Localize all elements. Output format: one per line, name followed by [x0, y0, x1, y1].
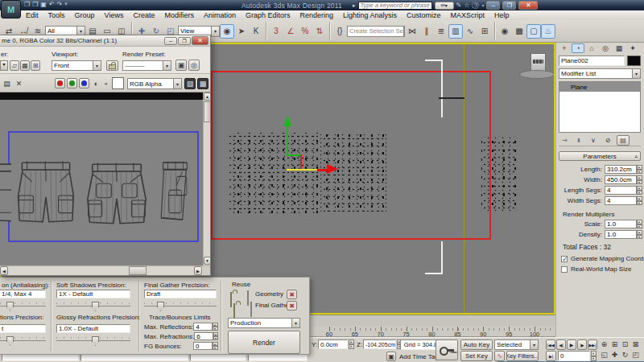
open-file-icon[interactable]: ❒ — [32, 1, 38, 8]
y-coordinate-spinner[interactable] — [349, 339, 354, 349]
menu-item[interactable]: Graph Editors — [241, 10, 295, 20]
rendered-frame-window-icon[interactable]: ▢ — [526, 24, 541, 39]
application-button[interactable]: M — [1, 0, 21, 19]
communication-icon[interactable]: ✎ — [456, 2, 462, 9]
alpha-channel-icon[interactable]: ● — [101, 78, 110, 88]
slider-track[interactable] — [144, 306, 217, 306]
menu-item[interactable]: Create — [128, 10, 159, 20]
limit-field[interactable]: 4 — [193, 323, 213, 331]
area-dropdown-arrow[interactable]: ▾ — [0, 60, 8, 71]
current-frame-spinner[interactable] — [591, 351, 597, 361]
undo-icon[interactable]: ↶ — [49, 1, 55, 8]
clear-image-icon[interactable]: ✕ — [14, 78, 24, 88]
play-button[interactable]: ▶ — [567, 339, 576, 350]
rfw-image-area[interactable] — [0, 93, 203, 265]
channel-display-dropdown[interactable]: RGB Alpha ▾ — [127, 78, 182, 89]
parameter-field[interactable]: 310.2cm — [605, 165, 637, 174]
material-editor-icon[interactable]: ◉ — [497, 24, 512, 39]
image-precision-slider[interactable] — [0, 301, 46, 312]
menu-item[interactable]: MAXScript — [446, 10, 490, 20]
scroll-right-arrow[interactable]: ▶ — [194, 266, 202, 275]
selection-set-dropdown[interactable]: Selected ▾ — [494, 339, 539, 350]
soft-shadows-value[interactable]: 1X - Default — [56, 290, 130, 298]
menu-item[interactable]: Rendering — [295, 10, 339, 20]
edit-region-icon[interactable]: ▱ — [10, 60, 19, 71]
save-image-icon[interactable]: ▤ — [2, 78, 12, 88]
orbit-icon[interactable]: ↻ — [620, 349, 630, 360]
search-input[interactable] — [358, 2, 432, 10]
auto-key-button[interactable]: Auto Key — [460, 339, 493, 350]
modifier-list-dropdown[interactable]: Modifier List ▾ — [559, 68, 641, 79]
zoom-region-icon[interactable]: ◱ — [599, 349, 609, 360]
edit-named-sets-icon[interactable]: {} — [332, 24, 347, 39]
menu-item[interactable]: Help — [489, 10, 514, 20]
spinner-snap-icon[interactable]: ⇅ — [312, 24, 327, 39]
rfw-vertical-scrollbar[interactable]: ▲ ▼ — [203, 93, 211, 265]
tab-display[interactable]: ▦ — [613, 43, 625, 53]
image-precision-value[interactable]: 1/4, Max 4 — [0, 290, 46, 298]
monochrome-channel-icon[interactable]: ◐ — [91, 78, 101, 88]
render-setup-icon[interactable]: ▩ — [512, 24, 526, 39]
menu-item[interactable]: Tools — [43, 10, 70, 20]
help-chevron-icon[interactable]: ▾ — [481, 2, 484, 8]
lock-final-gather-icon[interactable] — [233, 303, 235, 319]
parameter-field[interactable]: 450.0cm — [605, 175, 637, 184]
zoom-extents-all-icon[interactable]: ⊠ — [630, 339, 641, 349]
environment-icon[interactable]: ◎ — [188, 60, 200, 71]
multiplier-field[interactable]: 1.0 — [605, 230, 637, 239]
reuse-geometry-checkbox[interactable] — [247, 290, 249, 306]
set-key-button[interactable]: Set Key — [460, 351, 493, 361]
gizmo-corner-red[interactable] — [300, 154, 302, 170]
checkbox[interactable] — [561, 256, 568, 262]
pin-stack-icon[interactable]: ⊸ — [559, 135, 570, 146]
parameter-spinner[interactable] — [637, 186, 642, 195]
parameter-spinner[interactable] — [637, 175, 642, 184]
key-mode-toggle-button[interactable]: ▶| — [546, 351, 556, 361]
checkbox[interactable] — [561, 266, 568, 273]
scrollbar-thumb[interactable] — [129, 266, 147, 275]
container-explorer-icon[interactable]: ▥ — [448, 24, 463, 39]
multiplier-spinner[interactable] — [637, 220, 642, 228]
gizmo-x-axis-line-yellow[interactable] — [287, 169, 320, 171]
redo-icon[interactable]: ↷ — [57, 1, 63, 8]
y-coordinate-field[interactable]: 0.0cm — [318, 339, 348, 349]
toggle-key-mode-button[interactable] — [436, 339, 458, 360]
parameter-field[interactable]: 4 — [605, 186, 637, 195]
modifier-stack-item[interactable]: Plane — [559, 82, 640, 92]
glossy-reflections-value[interactable]: t — [0, 324, 46, 333]
make-unique-icon[interactable]: ∨ — [588, 135, 599, 146]
render-button[interactable]: Render — [228, 331, 300, 354]
viewport-lock-button[interactable] — [106, 60, 118, 71]
autoregion-icon[interactable]: ▦ — [20, 60, 30, 71]
limit-spinner[interactable] — [213, 332, 218, 340]
go-to-start-button[interactable]: |◀◀ — [546, 339, 555, 350]
quick-access-menu-icon[interactable]: ▾ — [64, 1, 68, 8]
tab-create[interactable]: + — [558, 43, 571, 53]
schematic-view-icon[interactable]: ⊞ — [477, 24, 492, 39]
tab-motion[interactable]: ◎ — [599, 43, 612, 53]
named-selection-sets-dropdown[interactable]: Create Selection Se ▾ — [347, 26, 405, 37]
slider-thumb[interactable] — [6, 336, 14, 346]
menu-item[interactable]: Edit — [21, 10, 43, 20]
next-frame-button[interactable]: |▶ — [577, 339, 587, 350]
blue-channel-button[interactable] — [79, 78, 89, 88]
restore-button[interactable]: ❐ — [502, 1, 516, 10]
clear-final-gather-button[interactable]: ✖ — [287, 301, 297, 311]
glossy-refractions-value[interactable]: 1.0X - Default — [56, 324, 130, 333]
zoom-all-icon[interactable]: ⊞ — [609, 339, 620, 349]
tab-modify[interactable]: ◔ — [572, 43, 584, 53]
binoculars-search-button[interactable]: ∞ ▾ — [435, 2, 454, 10]
menu-item[interactable]: Lighting Analysis — [338, 10, 402, 20]
go-to-end-button[interactable]: ▶▶| — [588, 339, 597, 350]
toggle-ui-overlays-icon[interactable]: ▧ — [184, 78, 196, 89]
angle-snap-icon[interactable]: ∠ — [283, 24, 298, 39]
current-frame-field[interactable]: 0 — [558, 351, 590, 361]
keyboard-override-icon[interactable]: K — [249, 24, 263, 39]
final-gather-slider[interactable] — [144, 301, 217, 312]
tab-utilities[interactable]: ✦ — [626, 43, 639, 53]
glossy-refractions-slider[interactable] — [56, 335, 130, 347]
background-color-swatch[interactable] — [112, 77, 124, 89]
previous-frame-button[interactable]: ◀| — [556, 339, 566, 350]
limit-field[interactable]: 6 — [194, 332, 213, 340]
use-pivot-center-icon[interactable]: ◉ — [220, 24, 234, 39]
